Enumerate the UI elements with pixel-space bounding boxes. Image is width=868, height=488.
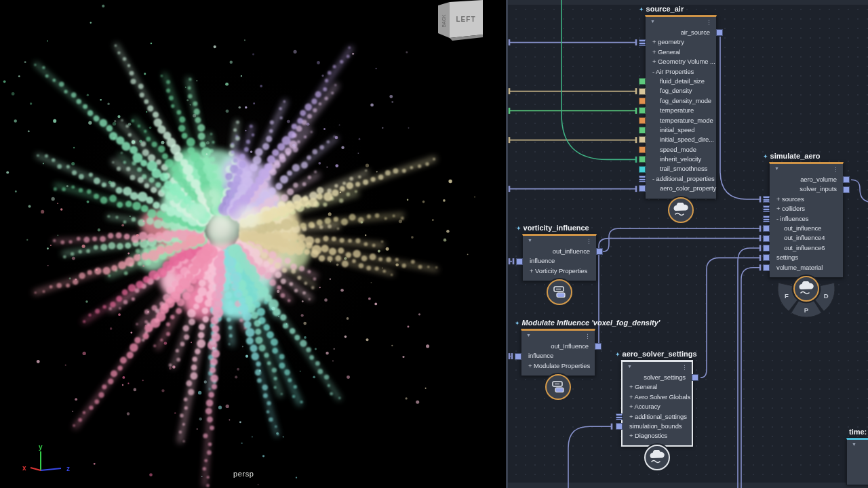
input-port-settings[interactable] (763, 254, 770, 261)
port-row-influence[interactable]: influence (523, 256, 596, 266)
port-row-solver-inputs[interactable]: solver_inputs (770, 184, 843, 194)
node-aero_solver_settings[interactable]: ▼⋮solver_settings+ General+ Aero Solver … (621, 360, 693, 447)
node-title-modulate_influence[interactable]: ✦Modulate Influence 'voxel_fog_density' (515, 319, 660, 327)
output-port-solver-inputs[interactable] (843, 186, 850, 193)
port-row-out-influence6[interactable]: out_influence6 (770, 243, 843, 253)
port-row-fluid-detail-size[interactable]: fluid_detail_size (646, 77, 716, 86)
node-vorticity_influence[interactable]: ▼⋮out_influenceinfluence+ Vorticity Prop… (522, 234, 597, 281)
port-row-general[interactable]: + General (646, 47, 716, 57)
node-title-vorticity_influence[interactable]: ✦vorticity_influence (516, 224, 589, 232)
port-row-fog-density-mode[interactable]: fog_density_mode (646, 96, 716, 106)
port-row-initial-speed[interactable]: initial_speed (646, 125, 716, 135)
port-row-geometry-volume[interactable]: + Geometry Volume ... (646, 57, 716, 66)
port-row-out-influence4[interactable]: out_influence4 (770, 233, 843, 243)
kebab-menu-icon[interactable]: ⋮ (586, 237, 592, 246)
input-port-temperature[interactable] (639, 107, 646, 114)
port-row-fog-density[interactable]: fog_density (646, 86, 716, 96)
port-row-accuracy[interactable]: + Accuracy (623, 402, 692, 411)
input-port-out-influence6[interactable] (763, 245, 770, 251)
collapse-caret-icon[interactable]: ▼ (774, 166, 779, 171)
input-port-influences[interactable] (763, 216, 770, 222)
input-port-additional-settings[interactable] (616, 413, 623, 420)
port-row-geometry[interactable]: + geometry (646, 37, 716, 47)
port-row-trail-smoothness[interactable]: trail_smoothness (646, 164, 716, 174)
port-row-modulate-properties[interactable]: + Modulate Properties (521, 361, 595, 371)
output-port-solver-settings[interactable] (692, 374, 698, 381)
input-port-fog-density-mode[interactable] (639, 98, 646, 104)
input-port-volume-material[interactable] (763, 264, 770, 271)
input-port-sources[interactable] (763, 196, 770, 203)
port-row-influences[interactable]: - influences (770, 214, 843, 224)
kebab-menu-icon[interactable]: ⋮ (706, 18, 712, 27)
port-row-volume-material[interactable]: volume_material (770, 263, 843, 272)
kebab-menu-icon[interactable]: ⋮ (833, 165, 839, 174)
input-port-initial-speed-dire[interactable] (639, 136, 646, 143)
input-port-trail-smoothness[interactable] (639, 166, 646, 173)
collapse-caret-icon[interactable]: ▼ (528, 238, 532, 243)
port-row-settings[interactable]: settings (770, 253, 843, 262)
output-port-out-influence[interactable] (596, 248, 603, 255)
port-row-out-influence[interactable]: out_influence (770, 224, 843, 233)
kebab-menu-icon[interactable]: ⋮ (585, 331, 591, 341)
input-port-temperature-mode[interactable] (639, 117, 646, 124)
node-badge-source_air[interactable] (668, 197, 694, 223)
view-cube[interactable]: LEFT BACK (434, 0, 488, 43)
input-port-geometry[interactable] (639, 39, 646, 46)
port-row-solver-settings[interactable]: solver_settings (623, 373, 692, 382)
node-badge-simulate_aero[interactable] (793, 276, 819, 302)
port-row-out-influence[interactable]: out_influence (523, 247, 596, 256)
input-port-fog-density[interactable] (639, 88, 646, 95)
input-port-out-influence4[interactable] (763, 235, 770, 242)
port-row-diagnostics[interactable]: + Diagnostics (623, 431, 692, 441)
port-row-general[interactable]: + General (623, 382, 692, 392)
node-simulate_aero[interactable]: ▼⋮aero_volumesolver_inputs+ sources+ col… (769, 162, 844, 278)
collapse-caret-icon[interactable]: ▼ (650, 19, 655, 24)
input-port-influence[interactable] (515, 353, 521, 360)
port-row-speed-mode[interactable]: speed_mode (646, 145, 716, 155)
viewport-3d[interactable]: LEFT BACK y x z persp (0, 0, 506, 488)
kebab-menu-icon[interactable]: ⋮ (682, 363, 688, 372)
input-port-speed-mode[interactable] (639, 146, 646, 153)
input-port-inherit-velocity[interactable] (639, 156, 646, 163)
port-row-inherit-velocity[interactable]: inherit_velocity (646, 155, 716, 164)
output-port-aero-volume[interactable] (843, 176, 850, 183)
port-row-aero-solver-globals[interactable]: + Aero Solver Globals (623, 392, 692, 402)
node-title-simulate_aero[interactable]: ✦simulate_aero (763, 152, 821, 160)
port-row-out-influence[interactable]: out_Influence (521, 342, 595, 351)
port-row-temperature-mode[interactable]: temperature_mode (646, 116, 716, 125)
port-row-aero-volume[interactable]: aero_volume (770, 175, 843, 184)
input-port-colliders[interactable] (763, 205, 770, 212)
input-port-fluid-detail-size[interactable] (639, 78, 646, 85)
port-row-sources[interactable]: + sources (770, 195, 843, 204)
node-title-time[interactable]: time: (849, 428, 867, 436)
port-row-colliders[interactable]: + colliders (770, 204, 843, 214)
input-port-simulation-bounds[interactable] (616, 423, 623, 430)
node-badge-aero_solver_settings[interactable] (644, 445, 670, 470)
port-row-vorticity-properties[interactable]: + Vorticity Properties (523, 266, 596, 276)
port-row-additional-settings[interactable]: + additional_settings (623, 412, 692, 422)
port-row-simulation-bounds[interactable]: simulation_bounds (623, 422, 692, 431)
node-title-aero_solver_settings[interactable]: ✦aero_solver_settings (615, 350, 697, 358)
collapse-caret-icon[interactable]: ▼ (852, 442, 856, 447)
output-port-out-influence[interactable] (595, 343, 601, 350)
node-badge-vorticity_influence[interactable] (547, 279, 572, 305)
node-title-source_air[interactable]: ✦source_air (639, 5, 684, 13)
port-row-additional-properties[interactable]: - additional_properties (646, 174, 716, 184)
input-port-additional-properties[interactable] (639, 176, 646, 182)
port-row-temperature[interactable]: temperature (646, 106, 716, 115)
input-port-initial-speed[interactable] (639, 127, 646, 134)
port-row-air-source[interactable]: air_source (646, 28, 716, 37)
input-port-out-influence[interactable] (763, 225, 770, 232)
port-row-air-properties[interactable]: - Air Properties (646, 67, 716, 77)
input-port-aero-color-property[interactable] (639, 185, 646, 192)
node-badge-modulate_influence[interactable] (545, 374, 571, 400)
node-modulate_influence[interactable]: ▼⋮out_Influenceinfluence+ Modulate Prope… (521, 329, 595, 376)
output-port-air-source[interactable] (716, 29, 723, 36)
input-port-influence[interactable] (516, 258, 523, 265)
collapse-caret-icon[interactable]: ▼ (526, 333, 531, 338)
port-row-initial-speed-dire[interactable]: initial_speed_dire... (646, 135, 716, 144)
node-time[interactable]: ▼⋮ (846, 438, 868, 485)
node-source_air[interactable]: ▼⋮air_source+ geometry+ General+ Geometr… (645, 15, 717, 199)
port-row-aero-color-property[interactable]: aero_color_property (646, 184, 716, 193)
port-row-influence[interactable]: influence (521, 351, 595, 361)
